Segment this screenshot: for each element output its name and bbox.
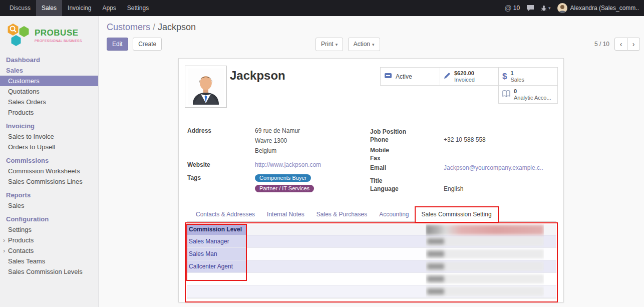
active-stat-label: Active [396, 73, 412, 80]
address-line: Belgium [255, 146, 300, 156]
sidebar-item-config-products[interactable]: ›Products [0, 235, 98, 245]
phone-field: Phone+32 10 588 558 [370, 136, 557, 144]
sidebar-item-commission-worksheets[interactable]: Commission Worksheets [0, 166, 98, 176]
sidebar-item-sales-commission-levels[interactable]: Sales Commission Levels [0, 266, 98, 277]
logo-title: PROBUSE [35, 28, 82, 38]
sidebar-header-reports[interactable]: Reports [0, 190, 98, 200]
control-panel: Customers/Jackpson Edit Create Print▾ Ac… [99, 16, 644, 53]
commission-level-cell: Callcenter Agent [187, 260, 247, 272]
mobile-label: Mobile [370, 146, 444, 154]
edit-button[interactable]: Edit [107, 38, 128, 51]
sidebar-nav: Dashboard Sales Customers Quotations Sal… [0, 55, 98, 277]
sales-stat-button[interactable]: $ 1Sales [498, 67, 558, 86]
tab-accounting[interactable]: Accounting [373, 207, 415, 221]
record-action-buttons: Print▾ Action▾ [315, 38, 380, 51]
pager-previous-button[interactable]: ‹ [614, 38, 627, 51]
language-value: English [444, 185, 463, 193]
create-button[interactable]: Create [133, 38, 162, 51]
mention-icon: @ [505, 4, 512, 12]
active-toggle-icon [384, 72, 392, 82]
customer-photo [185, 66, 227, 108]
table-row-callcenter-agent[interactable]: Callcenter Agent [187, 260, 556, 273]
tags-label: Tags [187, 173, 255, 194]
breadcrumb-customers-link[interactable]: Customers [107, 22, 150, 32]
sidebar-item-sales-teams[interactable]: Sales Teams [0, 256, 98, 266]
sidebar-item-sales-commissions-lines[interactable]: Sales Commissions Lines [0, 176, 98, 187]
messages-icon[interactable] [526, 5, 534, 12]
job-position-label: Job Position [370, 128, 444, 136]
tab-sales-commission-setting[interactable]: Sales Commission Setting [415, 207, 498, 222]
page-title: Jackpson [230, 69, 285, 83]
tab-internal-notes[interactable]: Internal Notes [261, 207, 310, 221]
action-label: Action [354, 41, 370, 48]
expand-caret-icon: › [3, 247, 8, 254]
address-value: 69 rue de Namur Wavre 1300 Belgium [255, 126, 300, 156]
tags-field: Tags Components Buyer Partner / IT Servi… [187, 173, 366, 194]
logo-text: PROBUSE PROFESSIONAL BUSINESS [35, 28, 82, 43]
print-dropdown-button[interactable]: Print▾ [315, 38, 343, 51]
title-field: Title [370, 177, 557, 185]
chevron-down-icon: ▾ [372, 42, 375, 47]
email-link[interactable]: Jackpson@yourcompany.example.c.. [444, 164, 543, 172]
title-label: Title [370, 177, 444, 185]
sidebar-item-config-contacts[interactable]: ›Contacts [0, 245, 98, 256]
mention-count: 10 [513, 5, 520, 12]
action-dropdown-button[interactable]: Action▾ [348, 38, 380, 51]
tab-contacts-addresses[interactable]: Contacts & Addresses [190, 207, 261, 221]
job-position-field: Job Position [370, 128, 557, 136]
print-label: Print [321, 41, 334, 48]
pager-next-button[interactable]: › [627, 38, 640, 51]
invoiced-value: $620.00 [454, 70, 475, 77]
website-link[interactable]: http://www.jackpson.com [255, 160, 321, 170]
sidebar-item-dashboard[interactable]: Dashboard [0, 55, 98, 65]
avatar-image [188, 69, 224, 105]
sidebar-header-sales[interactable]: Sales [0, 65, 98, 76]
pager-counter: 5 / 10 [594, 41, 609, 48]
user-name: Alexandra (Sales_comm.. [570, 5, 639, 12]
menu-sales[interactable]: Sales [36, 0, 62, 16]
phone-label: Phone [370, 136, 444, 144]
table-header-row: Commission Level [187, 224, 556, 235]
sidebar-item-sales-orders[interactable]: Sales Orders [0, 97, 98, 107]
table-row-sales-manager[interactable]: Sales Manager [187, 235, 556, 248]
probuse-logo[interactable]: PROBUSE PROFESSIONAL BUSINESS [0, 16, 98, 55]
breadcrumb: Customers/Jackpson [107, 21, 640, 33]
debug-icon[interactable]: ▾ [541, 5, 551, 11]
sidebar-header-invoicing[interactable]: Invoicing [0, 121, 98, 131]
sidebar-item-quotations[interactable]: Quotations [0, 86, 98, 97]
website-label: Website [187, 160, 255, 170]
invoiced-stat-button[interactable]: $620.00Invoiced [440, 67, 499, 86]
sidebar-item-settings[interactable]: Settings [0, 224, 98, 235]
menu-settings[interactable]: Settings [122, 0, 154, 16]
mentions-counter[interactable]: @ 10 [505, 4, 520, 12]
invoiced-label: Invoiced [454, 77, 475, 83]
table-footer-strip [187, 298, 556, 302]
sidebar-header-commissions[interactable]: Commissions [0, 155, 98, 166]
sidebar-item-orders-to-upsell[interactable]: Orders to Upsell [0, 142, 98, 152]
tag-components-buyer: Components Buyer [255, 174, 311, 182]
sidebar-item-sales-to-invoice[interactable]: Sales to Invoice [0, 131, 98, 142]
tab-label: Sales Commission Setting [422, 211, 492, 218]
sidebar-item-products[interactable]: Products [0, 107, 98, 118]
customer-form-sheet: Jackpson Active $620.00Invoiced $ 1Sales… [178, 58, 564, 302]
analytic-stat-button[interactable]: 0Analytic Acco... [498, 85, 558, 104]
menu-discuss[interactable]: Discuss [4, 0, 36, 16]
left-field-column: Address 69 rue de Namur Wavre 1300 Belgi… [187, 126, 366, 194]
sidebar-item-customers[interactable]: Customers [0, 76, 98, 86]
column-header-commission-level[interactable]: Commission Level [187, 224, 247, 235]
sidebar-header-configuration[interactable]: Configuration [0, 214, 98, 224]
analytic-count-value: 0 [514, 88, 551, 95]
user-menu[interactable]: Alexandra (Sales_comm.. [557, 3, 639, 13]
active-stat-button[interactable]: Active [380, 67, 440, 86]
logo-subtitle: PROFESSIONAL BUSINESS [35, 39, 82, 43]
tab-sales-purchases[interactable]: Sales & Purchases [310, 207, 373, 221]
table-row-sales-man[interactable]: Sales Man [187, 248, 556, 260]
menu-apps[interactable]: Apps [97, 0, 121, 16]
sidebar-item-reports-sales[interactable]: Sales [0, 200, 98, 211]
user-avatar [557, 3, 567, 13]
dollar-icon: $ [502, 72, 507, 82]
commission-level-cell: Sales Man [187, 248, 247, 260]
sales-count-label: Sales [510, 77, 524, 83]
menu-invoicing[interactable]: Invoicing [62, 0, 97, 16]
address-label: Address [187, 126, 255, 156]
